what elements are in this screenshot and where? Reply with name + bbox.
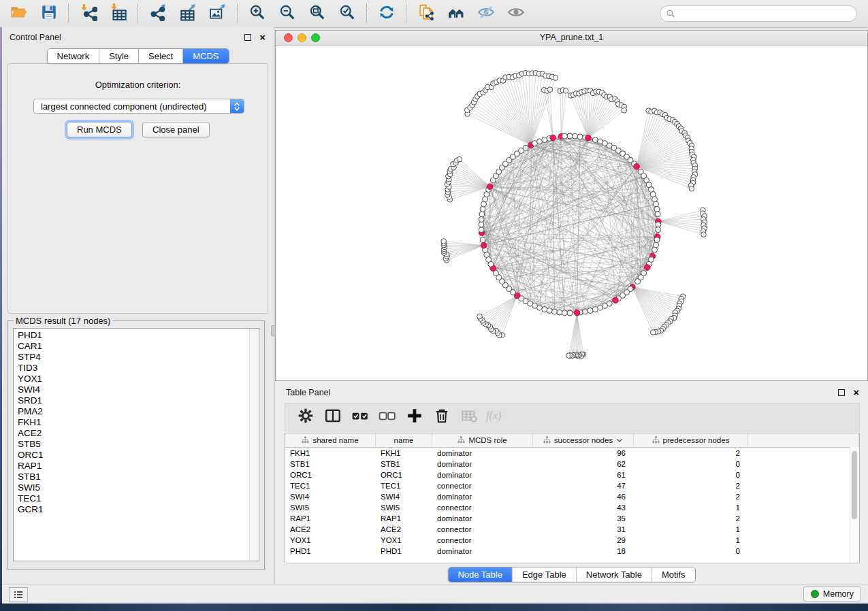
- mcds-result-item[interactable]: SWI5: [18, 482, 259, 493]
- mcds-result-item[interactable]: SRD1: [18, 395, 259, 406]
- dominator-node[interactable]: [574, 310, 580, 316]
- mcds-result-item[interactable]: SWI4: [18, 384, 259, 395]
- mcds-result-item[interactable]: TEC1: [18, 493, 259, 504]
- network-node[interactable]: [652, 197, 658, 202]
- network-node[interactable]: [477, 314, 483, 319]
- network-node[interactable]: [650, 330, 656, 335]
- network-node[interactable]: [655, 212, 660, 217]
- mcds-result-item[interactable]: STP4: [18, 352, 259, 363]
- close-panel-button[interactable]: Close panel: [142, 122, 210, 137]
- mcds-result-item[interactable]: STB1: [18, 472, 259, 482]
- mcds-result-item[interactable]: STB5: [18, 439, 259, 450]
- zoom-in-button[interactable]: [247, 3, 268, 24]
- table-row[interactable]: PHD1PHD1dominator180: [285, 546, 859, 557]
- mcds-result-item[interactable]: TID3: [18, 363, 259, 374]
- table-row[interactable]: FKH1FKH1dominator962: [285, 448, 859, 459]
- search-input[interactable]: [679, 7, 856, 20]
- mcds-result-item[interactable]: ACE2: [18, 428, 259, 439]
- show-all-button[interactable]: [506, 3, 526, 24]
- open-session-button[interactable]: [9, 3, 29, 24]
- mcds-result-item[interactable]: PMA2: [18, 406, 259, 417]
- network-node[interactable]: [547, 87, 553, 93]
- network-node[interactable]: [588, 308, 593, 314]
- network-node[interactable]: [577, 134, 583, 139]
- network-node[interactable]: [654, 237, 660, 243]
- tab-edge-table[interactable]: Edge Table: [513, 567, 577, 582]
- export-network-button[interactable]: [148, 3, 168, 24]
- network-node[interactable]: [566, 353, 571, 359]
- criterion-select[interactable]: largest connected component (undirected): [33, 99, 244, 114]
- network-node[interactable]: [441, 239, 447, 244]
- tab-network[interactable]: Network: [47, 49, 99, 63]
- add-column-button[interactable]: [405, 408, 424, 427]
- network-node[interactable]: [557, 310, 562, 315]
- zoom-selected-button[interactable]: [337, 3, 357, 24]
- dominator-node[interactable]: [613, 297, 619, 303]
- network-node[interactable]: [573, 133, 578, 139]
- dominator-node[interactable]: [550, 135, 556, 141]
- column-header-name[interactable]: name: [376, 433, 432, 447]
- export-table-button[interactable]: [178, 3, 198, 24]
- network-node[interactable]: [622, 108, 627, 114]
- network-node[interactable]: [652, 247, 658, 252]
- import-table-button[interactable]: [108, 3, 129, 24]
- hide-selected-button[interactable]: [476, 3, 496, 24]
- network-node[interactable]: [563, 88, 568, 94]
- network-node[interactable]: [656, 227, 661, 233]
- close-table-panel-icon[interactable]: ×: [853, 389, 859, 396]
- import-network-button[interactable]: [78, 3, 99, 24]
- tab-network-table[interactable]: Network Table: [577, 567, 652, 582]
- dominator-node[interactable]: [585, 135, 592, 142]
- select-all-columns-button[interactable]: [351, 408, 370, 427]
- mcds-result-list[interactable]: PHD1CAR1STP4TID3YOX1SWI4SRD1PMA2FKH1ACE2…: [13, 328, 259, 561]
- table-row[interactable]: RAP1RAP1dominator352: [285, 513, 859, 524]
- table-row[interactable]: ACE2ACE2connector311: [285, 524, 859, 535]
- tab-select[interactable]: Select: [139, 49, 183, 63]
- mcds-result-item[interactable]: RAP1: [18, 461, 259, 472]
- network-node[interactable]: [542, 137, 547, 143]
- network-node[interactable]: [689, 186, 694, 192]
- export-image-button[interactable]: [208, 3, 228, 24]
- table-row[interactable]: SWI4SWI4dominator462: [285, 491, 859, 502]
- mcds-result-item[interactable]: FKH1: [18, 417, 259, 428]
- tab-mcds[interactable]: MCDS: [183, 49, 228, 63]
- table-row[interactable]: YOX1YOX1connector291: [285, 535, 859, 546]
- network-node[interactable]: [635, 279, 641, 284]
- table-scrollbar-thumb[interactable]: [852, 451, 857, 519]
- memory-button[interactable]: Memory: [803, 587, 861, 601]
- show-panels-list-button[interactable]: [9, 587, 28, 602]
- column-header-mcds-role[interactable]: MCDS role: [432, 433, 533, 447]
- network-node[interactable]: [480, 206, 485, 212]
- dominator-node[interactable]: [481, 242, 487, 248]
- show-column-selector-button[interactable]: [323, 408, 342, 427]
- delete-column-button[interactable]: [432, 408, 451, 427]
- table-row[interactable]: TEC1TEC1connector472: [285, 480, 859, 491]
- table-row[interactable]: SWI5SWI5connector431: [285, 502, 859, 513]
- network-canvas[interactable]: [276, 46, 867, 381]
- dominator-node[interactable]: [634, 163, 640, 169]
- network-node[interactable]: [523, 145, 528, 150]
- network-node[interactable]: [551, 309, 557, 314]
- tab-style[interactable]: Style: [99, 49, 139, 63]
- column-header-shared-name[interactable]: shared name: [285, 433, 376, 447]
- dominator-node[interactable]: [487, 184, 493, 190]
- zoom-out-button[interactable]: [277, 3, 298, 24]
- mcds-result-item[interactable]: CAR1: [18, 341, 259, 352]
- run-mcds-button[interactable]: Run MCDS: [67, 122, 132, 137]
- table-row[interactable]: STB1STB1dominator620: [285, 459, 859, 469]
- table-scrollbar[interactable]: [850, 447, 859, 563]
- network-node[interactable]: [567, 310, 573, 316]
- tab-node-table[interactable]: Node Table: [448, 567, 513, 582]
- network-node[interactable]: [562, 133, 567, 139]
- search-box[interactable]: [660, 5, 857, 22]
- dominator-node[interactable]: [644, 265, 650, 271]
- deselect-all-columns-button[interactable]: [378, 408, 397, 427]
- mcds-result-item[interactable]: ORC1: [18, 450, 259, 461]
- table-row[interactable]: ORC1ORC1dominator610: [285, 469, 859, 480]
- first-neighbors-button[interactable]: [446, 3, 466, 24]
- duplicate-network-button[interactable]: [416, 3, 436, 24]
- tab-motifs[interactable]: Motifs: [652, 567, 695, 582]
- network-node[interactable]: [553, 76, 558, 81]
- network-node[interactable]: [481, 201, 487, 207]
- network-node[interactable]: [701, 232, 707, 237]
